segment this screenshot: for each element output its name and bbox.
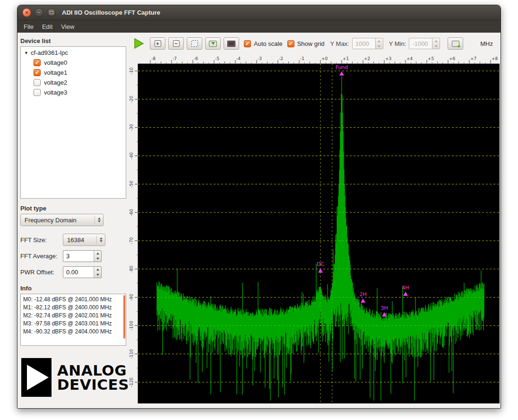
info-lines: M0: -12.48 dBFS @ 2401.000 MHzM1: -82.12… (23, 296, 123, 336)
info-label: Info (20, 285, 129, 292)
pwr-offset-input[interactable]: 0.00 (63, 266, 102, 278)
svg-text:-4: -4 (236, 56, 241, 61)
zoom-out-button[interactable]: − (168, 37, 184, 50)
zoom-in-icon: + (155, 40, 161, 47)
y-min-label: Y Min: (389, 40, 406, 47)
spin-up-button[interactable] (94, 267, 101, 272)
adi-logo-mark (21, 358, 52, 397)
y-max-input[interactable]: 1000 (352, 38, 383, 49)
titlebar[interactable]: ✕ − ADI IIO Oscilloscope FFT Capture (17, 5, 501, 20)
svg-text:+6: +6 (449, 56, 456, 61)
scrollbar[interactable] (123, 295, 125, 339)
minimize-button[interactable]: − (35, 8, 43, 17)
plot-column: + − Auto scale Show grid Y Max: 1000 (129, 33, 500, 409)
y-min-value: -1000 (409, 38, 432, 49)
ruler-row: -8-7-6-5-4-3-2-1+0+1+2+3+4+5+6+7+8 (129, 55, 500, 64)
new-plot-icon: + (452, 41, 459, 47)
capture-play-button[interactable] (134, 38, 144, 49)
svg-text:-50: -50 (129, 181, 134, 188)
svg-text:4H: 4H (402, 285, 409, 291)
svg-text:+0: +0 (321, 56, 328, 61)
channel-label: voltage0 (44, 59, 67, 66)
spin-down-button[interactable] (94, 272, 101, 278)
channel-checkbox-voltage1[interactable] (34, 69, 41, 76)
window-title: ADI IIO Oscilloscope FFT Capture (62, 9, 160, 16)
svg-text:Fund: Fund (336, 64, 348, 70)
info-line: M4: -90.32 dBFS @ 2404.000 MHz (23, 328, 123, 336)
channel-row: voltage3 (21, 88, 126, 97)
channel-checkbox-voltage3[interactable] (34, 89, 41, 96)
plot-type-label: Plot type (20, 205, 129, 212)
channel-checkbox-voltage2[interactable] (34, 79, 41, 86)
zoom-fit-button[interactable] (187, 37, 202, 50)
device-name: cf-ad9361-lpc (31, 49, 68, 56)
combo-arrows-icon (96, 236, 103, 244)
svg-text:2H: 2H (359, 291, 366, 298)
svg-text:-2: -2 (279, 56, 283, 61)
channel-checkbox-voltage0[interactable] (34, 59, 41, 66)
sidebar: Device list ▼ cf-ad9361-lpc voltage0volt… (17, 33, 129, 409)
show-grid-label: Show grid (297, 40, 325, 47)
y-max-label: Y Max: (330, 40, 349, 47)
svg-text:+2: +2 (364, 56, 370, 61)
zoom-out-icon: − (173, 40, 180, 47)
minimize-icon: − (38, 10, 41, 15)
save-capture-button[interactable] (205, 37, 221, 50)
fullscreen-icon (227, 41, 235, 47)
spin-down-button[interactable] (94, 256, 101, 262)
expander-icon[interactable]: ▼ (24, 51, 28, 55)
svg-text:+4: +4 (406, 56, 413, 61)
spinner-buttons (375, 38, 383, 49)
svg-text:-10: -10 (129, 67, 134, 74)
info-line: M2: -92.74 dBFS @ 2402.001 MHz (23, 312, 123, 320)
y-max-value: 1000 (353, 38, 375, 49)
device-tree-root[interactable]: ▼ cf-ad9361-lpc (21, 47, 126, 58)
channel-row: voltage0 (21, 58, 126, 68)
svg-text:-6: -6 (194, 56, 198, 61)
spinner-buttons (432, 38, 440, 49)
svg-text:-80: -80 (129, 265, 134, 272)
screenshot-icon (209, 41, 217, 47)
svg-text:-100: -100 (129, 321, 134, 331)
menu-item-view[interactable]: View (57, 21, 78, 32)
svg-text:-1: -1 (300, 56, 304, 61)
show-grid-checkbox[interactable] (287, 40, 294, 47)
info-line: M0: -12.48 dBFS @ 2401.000 MHz (23, 296, 123, 304)
fft-average-input[interactable]: 3 (63, 250, 102, 262)
auto-scale-checkbox[interactable] (244, 40, 251, 47)
new-plot-button[interactable]: + (448, 37, 463, 50)
menu-item-edit[interactable]: Edit (38, 21, 57, 32)
spin-up-button[interactable] (432, 38, 440, 44)
svg-text:-30: -30 (129, 124, 134, 131)
svg-text:-90: -90 (129, 294, 134, 301)
svg-text:-7: -7 (173, 56, 177, 61)
channel-label: voltage3 (44, 89, 67, 96)
play-icon (134, 38, 144, 49)
device-list-label: Device list (20, 37, 129, 44)
spin-up-button[interactable] (94, 251, 101, 256)
app-window: ✕ − ADI IIO Oscilloscope FFT Capture Fil… (17, 5, 501, 409)
svg-text:+5: +5 (428, 56, 434, 61)
spin-down-button[interactable] (376, 44, 383, 49)
close-button[interactable]: ✕ (22, 8, 31, 17)
logo-line2: DEVICES (57, 377, 129, 392)
y-min-input[interactable]: -1000 (409, 38, 440, 49)
fft-size-select[interactable]: 16384 (63, 234, 105, 246)
menu-item-file[interactable]: File (19, 21, 38, 32)
channel-list: voltage0voltage1voltage2voltage3 (21, 58, 126, 97)
y-axis-ruler: -10-20-30-40-50-60-70-80-90-100-110-120 (129, 64, 138, 403)
fft-plot[interactable]: FundDC2H3H4H (138, 64, 500, 403)
x-axis-ruler: -8-7-6-5-4-3-2-1+0+1+2+3+4+5+6+7+8 (138, 55, 500, 64)
fullscreen-button[interactable] (224, 37, 239, 50)
spin-down-button[interactable] (432, 44, 440, 49)
auto-scale-toggle[interactable]: Auto scale (244, 40, 283, 47)
spinner-buttons (94, 251, 101, 262)
plot-type-select[interactable]: Frequency Domain (20, 214, 104, 226)
maximize-button[interactable] (47, 8, 56, 17)
spin-up-button[interactable] (376, 38, 383, 44)
unit-label: MHz (480, 40, 493, 47)
combo-arrows-icon (95, 216, 101, 224)
show-grid-toggle[interactable]: Show grid (287, 40, 325, 47)
svg-text:-70: -70 (129, 237, 134, 244)
zoom-in-button[interactable]: + (150, 37, 165, 50)
